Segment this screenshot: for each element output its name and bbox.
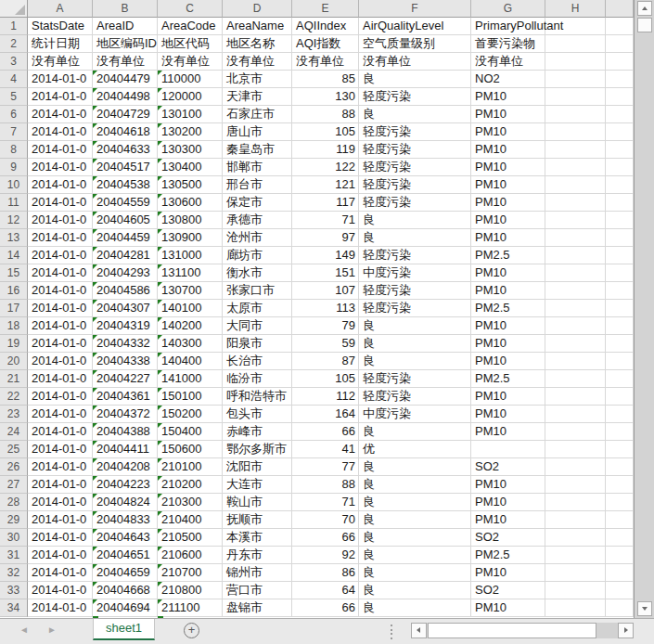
cell-G9[interactable]: PM10 [471, 159, 545, 176]
cell-D27[interactable]: 大连市 [223, 476, 292, 494]
cell-A15[interactable]: 2014-01-0 [28, 264, 93, 282]
cell-B24[interactable]: 20404388 [93, 423, 158, 441]
cell-E3[interactable]: 没有单位 [292, 53, 359, 71]
cell-D19[interactable]: 阳泉市 [223, 335, 292, 353]
cell-C19[interactable]: 140300 [158, 335, 223, 353]
cell-B1[interactable]: AreaID [93, 18, 158, 35]
vertical-scrollbar-thumb[interactable] [637, 18, 652, 32]
row-header-2[interactable]: 2 [0, 35, 28, 53]
cell-E32[interactable]: 86 [292, 564, 359, 582]
cell-partial29[interactable] [606, 511, 634, 529]
cell-E4[interactable]: 85 [292, 71, 359, 88]
cell-D9[interactable]: 邯郸市 [223, 159, 292, 176]
cell-F16[interactable]: 轻度污染 [359, 282, 471, 300]
cell-B6[interactable]: 20404729 [93, 106, 158, 123]
cell-H5[interactable] [545, 88, 606, 106]
cell-B26[interactable]: 20404208 [93, 458, 158, 476]
row-header-16[interactable]: 16 [0, 282, 28, 300]
cell-C31[interactable]: 210600 [158, 547, 223, 564]
cell-G2[interactable]: 首要污染物 [471, 35, 545, 53]
cell-A18[interactable]: 2014-01-0 [28, 317, 93, 335]
cell-A21[interactable]: 2014-01-0 [28, 370, 93, 388]
cell-C2[interactable]: 地区代码 [158, 35, 223, 53]
cell-G32[interactable]: PM10 [471, 564, 545, 582]
cell-G18[interactable]: PM10 [471, 317, 545, 335]
cell-C20[interactable]: 140400 [158, 353, 223, 370]
row-header-24[interactable]: 24 [0, 423, 28, 441]
cell-E33[interactable]: 64 [292, 582, 359, 599]
cell-G7[interactable]: PM10 [471, 123, 545, 141]
cell-E31[interactable]: 92 [292, 547, 359, 564]
cell-C23[interactable]: 150200 [158, 406, 223, 423]
column-header-D[interactable]: D [223, 0, 292, 18]
cell-H27[interactable] [545, 476, 606, 494]
cell-A19[interactable]: 2014-01-0 [28, 335, 93, 353]
cell-B32[interactable]: 20404659 [93, 564, 158, 582]
cell-C10[interactable]: 130500 [158, 176, 223, 194]
cell-B12[interactable]: 20404605 [93, 212, 158, 229]
cell-E23[interactable]: 164 [292, 406, 359, 423]
cell-E22[interactable]: 112 [292, 388, 359, 406]
tab-scrollbar-splitter[interactable] [391, 625, 394, 639]
cell-partial10[interactable] [606, 176, 634, 194]
cell-C5[interactable]: 120000 [158, 88, 223, 106]
cell-C27[interactable]: 210200 [158, 476, 223, 494]
column-header-partial[interactable] [606, 0, 634, 18]
cell-C16[interactable]: 130700 [158, 282, 223, 300]
cell-E2[interactable]: AQI指数 [292, 35, 359, 53]
cell-F30[interactable]: 良 [359, 529, 471, 547]
cell-partial5[interactable] [606, 88, 634, 106]
scroll-down-button[interactable] [637, 601, 652, 616]
cell-F15[interactable]: 中度污染 [359, 264, 471, 282]
row-header-23[interactable]: 23 [0, 406, 28, 423]
cell-A13[interactable]: 2014-01-0 [28, 229, 93, 247]
column-header-A[interactable]: A [28, 0, 93, 18]
cell-partial31[interactable] [606, 547, 634, 564]
cell-A12[interactable]: 2014-01-0 [28, 212, 93, 229]
row-header-3[interactable]: 3 [0, 53, 28, 71]
cell-partial6[interactable] [606, 106, 634, 123]
cell-partial11[interactable] [606, 194, 634, 212]
cell-D21[interactable]: 临汾市 [223, 370, 292, 388]
cell-E17[interactable]: 113 [292, 300, 359, 317]
cell-F9[interactable]: 轻度污染 [359, 159, 471, 176]
cell-G12[interactable]: PM10 [471, 212, 545, 229]
cell-E1[interactable]: AQIIndex [292, 18, 359, 35]
cell-partial30[interactable] [606, 529, 634, 547]
cell-partial8[interactable] [606, 141, 634, 159]
row-header-17[interactable]: 17 [0, 300, 28, 317]
cell-G6[interactable]: PM10 [471, 106, 545, 123]
cell-F34[interactable]: 良 [359, 599, 471, 617]
cell-F18[interactable]: 良 [359, 317, 471, 335]
cell-A29[interactable]: 2014-01-0 [28, 511, 93, 529]
cell-H20[interactable] [545, 353, 606, 370]
cell-C18[interactable]: 140200 [158, 317, 223, 335]
cell-H11[interactable] [545, 194, 606, 212]
cell-G10[interactable]: PM10 [471, 176, 545, 194]
cell-C15[interactable]: 131100 [158, 264, 223, 282]
cell-C32[interactable]: 210700 [158, 564, 223, 582]
cell-E28[interactable]: 71 [292, 494, 359, 511]
cell-H2[interactable] [545, 35, 606, 53]
cell-F13[interactable]: 良 [359, 229, 471, 247]
row-header-19[interactable]: 19 [0, 335, 28, 353]
cell-A14[interactable]: 2014-01-0 [28, 247, 93, 264]
cell-E14[interactable]: 149 [292, 247, 359, 264]
cell-H3[interactable] [545, 53, 606, 71]
cell-G5[interactable]: PM10 [471, 88, 545, 106]
cell-partial14[interactable] [606, 247, 634, 264]
cell-G17[interactable]: PM2.5 [471, 300, 545, 317]
cell-C13[interactable]: 130900 [158, 229, 223, 247]
cell-H24[interactable] [545, 423, 606, 441]
cell-H30[interactable] [545, 529, 606, 547]
cell-B28[interactable]: 20404824 [93, 494, 158, 511]
cell-G15[interactable]: PM10 [471, 264, 545, 282]
cell-G31[interactable]: PM2.5 [471, 547, 545, 564]
cell-E12[interactable]: 71 [292, 212, 359, 229]
cell-F17[interactable]: 轻度污染 [359, 300, 471, 317]
cell-D15[interactable]: 衡水市 [223, 264, 292, 282]
scroll-left-button[interactable] [411, 623, 427, 638]
cell-D6[interactable]: 石家庄市 [223, 106, 292, 123]
cell-partial3[interactable] [606, 53, 634, 71]
cell-F20[interactable]: 良 [359, 353, 471, 370]
